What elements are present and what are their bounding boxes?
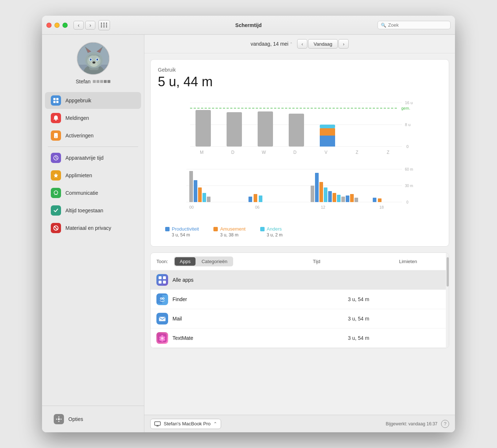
- table-row-finder[interactable]: Finder 3 u, 54 m: [151, 290, 449, 309]
- device-chevron-icon: ⌃: [213, 421, 217, 426]
- sidebar-item-opties[interactable]: Opties: [48, 411, 138, 428]
- materiaal-en-privacy-icon: [51, 223, 61, 233]
- svg-rect-71: [311, 186, 314, 202]
- forward-button[interactable]: ›: [85, 21, 95, 30]
- svg-text:D: D: [293, 150, 297, 155]
- legend-item-amusement: Amusement 3 u, 38 m: [213, 226, 245, 238]
- sidebar-item-activeringen[interactable]: Activeringen: [45, 127, 141, 144]
- table-row-mail[interactable]: Mail 3 u, 54 m: [151, 309, 449, 329]
- communicatie-icon: [51, 188, 61, 198]
- svg-rect-21: [53, 101, 56, 103]
- svg-point-30: [58, 418, 60, 420]
- help-label: ?: [444, 421, 446, 426]
- amusement-time: 3 u, 38 m: [213, 232, 245, 238]
- date-text: vandaag, 14 mei: [251, 41, 289, 47]
- avatar: [77, 42, 110, 75]
- svg-rect-74: [324, 187, 327, 202]
- svg-text:M: M: [200, 150, 204, 155]
- date-next-button[interactable]: ›: [338, 39, 349, 49]
- minimize-button[interactable]: [54, 23, 60, 28]
- textmate-icon: [156, 332, 168, 344]
- svg-rect-88: [159, 276, 162, 279]
- search-box[interactable]: 🔍: [378, 21, 451, 29]
- svg-text:8 u: 8 u: [405, 122, 410, 127]
- svg-rect-77: [337, 195, 341, 202]
- maximize-button[interactable]: [62, 23, 68, 28]
- date-prev-button[interactable]: ‹: [297, 39, 307, 49]
- traffic-lights: [46, 23, 68, 28]
- sidebar: Stefan Appgebruik: [42, 35, 144, 432]
- right-panel: vandaag, 14 mei ⌃ ‹ Vandaag ›: [144, 35, 455, 432]
- sidebar-divider-1: [48, 147, 138, 147]
- opties-icon: [54, 414, 64, 424]
- device-selector[interactable]: Stefan's MacBook Pro ⌃: [150, 419, 221, 429]
- svg-text:Z: Z: [356, 150, 358, 155]
- meldingen-label: Meldingen: [65, 115, 89, 121]
- tab-categorieen[interactable]: Categorieën: [196, 257, 232, 266]
- tab-apps[interactable]: Apps: [175, 257, 196, 266]
- tab-group: Apps Categorieën: [174, 257, 233, 266]
- svg-rect-65: [198, 187, 202, 202]
- user-name-label: Stefan: [76, 79, 90, 84]
- grid-button[interactable]: [98, 20, 110, 30]
- svg-text:0: 0: [406, 144, 409, 149]
- svg-rect-75: [328, 191, 332, 202]
- user-name-row: Stefan: [76, 79, 110, 84]
- svg-rect-67: [207, 197, 210, 202]
- table-row-textmate[interactable]: TextMate 3 u, 54 m: [151, 329, 449, 348]
- svg-text:18: 18: [379, 205, 384, 209]
- svg-text:30 m: 30 m: [405, 184, 413, 188]
- svg-rect-78: [341, 197, 345, 202]
- productiviteit-label: Productiviteit: [172, 226, 199, 232]
- scrollbar-thumb[interactable]: [447, 257, 449, 286]
- mail-time: 3 u, 54 m: [348, 316, 399, 322]
- legend-row: Productiviteit 3 u, 54 m Amusement 3 u, …: [165, 226, 441, 238]
- device-icon: [154, 421, 161, 427]
- svg-rect-19: [53, 98, 56, 100]
- today-button[interactable]: Vandaag: [308, 39, 338, 49]
- altijd-toegestaan-icon: [51, 205, 61, 216]
- date-chevron-icon: ⌃: [290, 42, 293, 46]
- svg-point-31: [58, 417, 60, 418]
- avatar-image: [77, 43, 110, 75]
- svg-point-99: [163, 298, 164, 299]
- back-button[interactable]: ‹: [73, 21, 84, 30]
- svg-text:60 m: 60 m: [405, 167, 413, 171]
- textmate-icon-svg: [158, 334, 167, 342]
- date-arrows: ‹ Vandaag ›: [297, 39, 349, 49]
- svg-text:W: W: [262, 150, 266, 155]
- sidebar-item-communicatie[interactable]: Communicatie: [45, 185, 141, 201]
- help-button[interactable]: ?: [441, 420, 449, 428]
- svg-rect-81: [354, 198, 358, 202]
- svg-rect-101: [159, 317, 166, 321]
- svg-rect-70: [259, 195, 262, 202]
- table-row-alle-apps[interactable]: Alle apps: [151, 270, 449, 290]
- search-input[interactable]: [388, 22, 447, 28]
- sidebar-item-materiaal-en-privacy[interactable]: Materiaal en privacy: [45, 220, 141, 236]
- scrollbar-track[interactable]: [446, 253, 449, 348]
- sidebar-item-meldingen[interactable]: Meldingen: [45, 110, 141, 126]
- sidebar-item-apparaatvrije-tijd[interactable]: Apparaatvrije tijd: [45, 149, 141, 166]
- svg-text:16 u: 16 u: [405, 100, 413, 105]
- back-icon: ‹: [78, 22, 80, 28]
- svg-text:06: 06: [255, 205, 259, 209]
- svg-rect-69: [254, 194, 257, 202]
- status-bar-4: [104, 80, 107, 83]
- usage-card: Gebruik 5 u, 44 m gem.: [150, 59, 449, 247]
- col-limieten-header: Limieten: [399, 259, 443, 264]
- sidebar-item-altijd-toegestaan[interactable]: Altijd toegestaan: [45, 202, 141, 219]
- sidebar-item-appgebruik[interactable]: Appgebruik: [45, 92, 141, 109]
- meldingen-icon: [51, 113, 61, 123]
- date-nav: vandaag, 14 mei ⌃ ‹ Vandaag ›: [144, 35, 455, 53]
- close-button[interactable]: [46, 23, 52, 28]
- svg-rect-72: [315, 173, 319, 202]
- finder-icon-svg: [158, 295, 167, 304]
- amusement-color-dot: [213, 227, 218, 231]
- anders-time: 3 u, 2 m: [260, 232, 282, 238]
- sidebar-item-applimieten[interactable]: Applimieten: [45, 167, 141, 184]
- usage-label: Gebruik: [158, 67, 441, 73]
- table-section: Toon: Apps Categorieën Tijd Limieten: [150, 253, 449, 348]
- anders-color-dot: [260, 227, 265, 231]
- weekly-chart: gem. 16 u 8 u 0: [158, 95, 441, 163]
- hourly-chart-svg: 60 m 30 m 0: [158, 166, 441, 220]
